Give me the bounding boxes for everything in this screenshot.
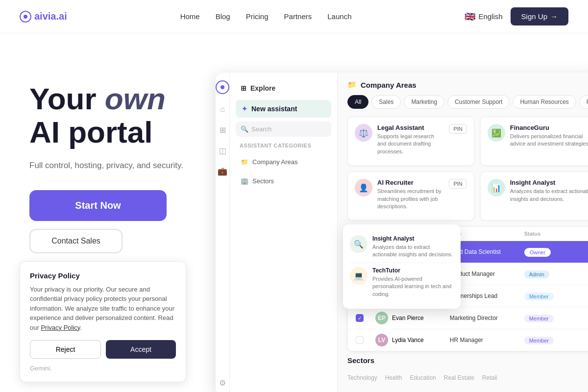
- member-name: Lydia Vance: [392, 337, 424, 343]
- floating-popup: 🔍 Insight Analyst Analyzes data to extra…: [343, 224, 461, 309]
- logo-text: aivia.ai: [34, 11, 67, 22]
- filter-marketing[interactable]: Marketing: [404, 95, 444, 109]
- th-role: Role: [450, 231, 524, 237]
- accept-button[interactable]: Accept: [106, 340, 176, 359]
- nav-home[interactable]: Home: [180, 12, 200, 21]
- explore-grid-icon: ⊞: [241, 84, 246, 92]
- flag-icon: 🇬🇧: [465, 11, 475, 22]
- legal-desc: Supports legal research and document dra…: [377, 133, 444, 155]
- insight-desc: Analyzes data to extract actionable insi…: [510, 188, 588, 203]
- logo: aivia.ai: [20, 11, 67, 23]
- start-now-button[interactable]: Start Now: [29, 190, 167, 221]
- filter-human-resources[interactable]: Human Resources: [513, 95, 576, 109]
- sectors-icon: 🏢: [241, 177, 248, 185]
- member-role: Product Manager: [450, 270, 524, 277]
- new-assistant-label: New assistant: [251, 105, 297, 113]
- hero-content: Your own AI portal Full control, hosting…: [29, 63, 235, 253]
- app-left-panel: ⊞ Explore ✦ New assistant 🔍 Search ASSIS…: [230, 73, 338, 392]
- sidebar-grid-icon[interactable]: ⊞: [217, 124, 228, 135]
- language-label: English: [478, 12, 502, 21]
- company-areas-header: 📁 Company Areas: [347, 80, 588, 89]
- company-areas-title: Company Areas: [361, 81, 416, 89]
- hero-section: Your own AI portal Full control, hosting…: [0, 33, 588, 392]
- contact-sales-button[interactable]: Contact Sales: [29, 229, 122, 253]
- popup-item-tech: 💻 TechTutor Provides AI-powered personal…: [350, 263, 454, 302]
- member-avatar: EP: [375, 312, 388, 324]
- member-role: Lead Data Scientist: [450, 248, 524, 255]
- th-status: Status: [524, 231, 588, 237]
- sectors-section: Sectors Technology Health Education Real…: [347, 356, 588, 385]
- signup-button[interactable]: Sign Up: [511, 7, 568, 25]
- privacy-buttons: Reject Accept: [30, 340, 176, 359]
- sidebar-briefcase-icon[interactable]: 💼: [217, 166, 228, 176]
- legal-pin[interactable]: PIN: [449, 124, 466, 134]
- member-name: Evan Pierce: [392, 315, 424, 321]
- nav-right: 🇬🇧 English Sign Up: [465, 7, 568, 25]
- hero-title: Your own AI portal: [29, 82, 235, 149]
- member-role: Marketing Director: [450, 315, 524, 321]
- hero-subtitle: Full control, hosting, privacy, and secu…: [29, 161, 235, 171]
- navbar: aivia.ai Home Blog Pricing Partners Laun…: [0, 0, 588, 33]
- folder-icon: 📁: [241, 158, 248, 166]
- filter-finance[interactable]: Fin...: [579, 95, 588, 109]
- filter-tabs: All Sales Marketing Customer Support Hum…: [347, 95, 588, 109]
- filter-all[interactable]: All: [347, 95, 368, 109]
- assistant-card-legal: ⚖️ Legal Assistant Supports legal resear…: [347, 117, 474, 166]
- popup-tech-title: TechTutor: [372, 267, 454, 274]
- popup-insight-icon: 🔍: [350, 235, 368, 253]
- new-assistant-button[interactable]: ✦ New assistant: [236, 100, 331, 118]
- recruiter-avatar: 👤: [355, 179, 372, 196]
- finance-title: FinanceGuru: [510, 124, 588, 131]
- table-row[interactable]: ✓ EP Evan Pierce Marketing Director Memb…: [348, 307, 588, 329]
- recruiter-title: AI Recruiter: [377, 179, 444, 186]
- member-role: Partnerships Lead: [450, 293, 524, 299]
- row-check[interactable]: [356, 336, 364, 344]
- nav-links: Home Blog Pricing Partners Launch: [180, 12, 352, 21]
- sidebar-settings-icon[interactable]: ⚙: [217, 377, 228, 388]
- recruiter-desc: Streamlines recruitment by matching prof…: [377, 188, 444, 210]
- filter-sales[interactable]: Sales: [371, 95, 401, 109]
- privacy-policy-link[interactable]: Privacy Policy: [41, 324, 80, 331]
- member-status: Admin: [524, 270, 588, 278]
- member-role: HR Manager: [450, 337, 524, 343]
- sparkle-icon: ✦: [242, 105, 247, 113]
- nav-pricing[interactable]: Pricing: [246, 12, 269, 21]
- table-row[interactable]: LV Lydia Vance HR Manager Member: [348, 329, 588, 351]
- sectors-title: Sectors: [347, 356, 374, 365]
- nav-launch[interactable]: Launch: [327, 12, 351, 21]
- panel-sectors[interactable]: 🏢 Sectors: [236, 173, 331, 189]
- legal-title: Legal Assistant: [377, 124, 444, 131]
- logo-icon: [20, 11, 31, 23]
- insight-title: Insight Analyst: [510, 179, 588, 186]
- sidebar-home-icon[interactable]: ⌂: [217, 104, 228, 115]
- sector-technology[interactable]: Technology: [347, 374, 377, 381]
- sector-health[interactable]: Health: [385, 374, 402, 381]
- finance-avatar: 💹: [488, 124, 505, 142]
- row-check[interactable]: ✓: [356, 314, 364, 322]
- filter-customer-support[interactable]: Customer Support: [447, 95, 510, 109]
- sector-retail[interactable]: Retail: [482, 374, 497, 381]
- panel-company-areas[interactable]: 📁 Company Areas: [236, 154, 331, 170]
- language-selector[interactable]: 🇬🇧 English: [465, 11, 502, 22]
- popup-insight-title: Insight Analyst: [372, 235, 454, 242]
- explore-label: Explore: [250, 84, 275, 92]
- finance-desc: Delivers personalized financial advice a…: [510, 133, 588, 148]
- assistant-grid: ⚖️ Legal Assistant Supports legal resear…: [347, 117, 588, 220]
- nav-blog[interactable]: Blog: [216, 12, 230, 21]
- member-status: Member: [524, 314, 588, 322]
- gemini-label: Gemini.: [30, 365, 176, 372]
- reject-button[interactable]: Reject: [30, 340, 101, 359]
- sector-education[interactable]: Education: [410, 374, 436, 381]
- sectors-label: Sectors: [252, 177, 274, 185]
- sidebar-apps-icon[interactable]: ◫: [217, 145, 228, 156]
- panel-search[interactable]: 🔍 Search: [236, 122, 331, 137]
- recruiter-pin[interactable]: PIN: [449, 179, 466, 189]
- legal-avatar: ⚖️: [355, 124, 372, 142]
- section-label: ASSISTANT CATEGORIES: [236, 141, 331, 150]
- sector-real-estate[interactable]: Real Estate: [444, 374, 474, 381]
- member-avatar: LV: [375, 334, 388, 346]
- popup-item-insight: 🔍 Insight Analyst Analyzes data to extra…: [350, 231, 454, 263]
- privacy-text: Your privacy is our priority. Our secure…: [30, 285, 176, 333]
- insight-avatar: 📊: [488, 179, 505, 196]
- nav-partners[interactable]: Partners: [284, 12, 312, 21]
